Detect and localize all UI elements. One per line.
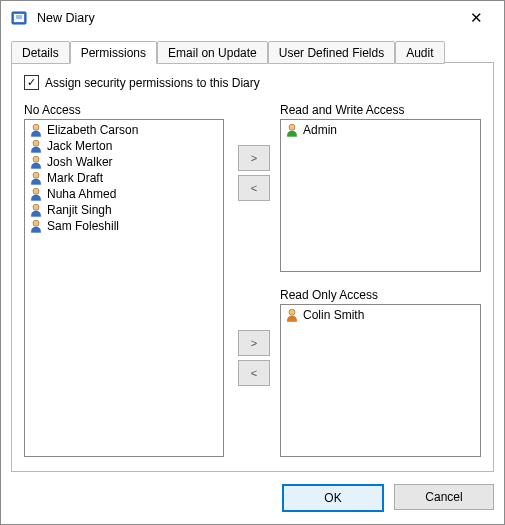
cancel-button[interactable]: Cancel — [394, 484, 494, 510]
no-access-label: No Access — [24, 103, 224, 117]
chevron-right-icon: > — [251, 152, 257, 164]
user-icon — [285, 123, 299, 137]
svg-point-7 — [33, 172, 39, 178]
move-from-readwrite-button[interactable]: < — [238, 175, 270, 201]
svg-point-10 — [33, 220, 39, 226]
close-icon: ✕ — [470, 9, 483, 27]
user-icon — [29, 155, 43, 169]
permissions-grid: No Access Elizabeth Carson Jack Merton J… — [24, 103, 481, 459]
checkbox-box: ✓ — [24, 75, 39, 90]
svg-point-4 — [33, 124, 39, 130]
no-access-column: No Access Elizabeth Carson Jack Merton J… — [24, 103, 224, 459]
user-name: Ranjit Singh — [47, 203, 112, 217]
user-icon — [29, 139, 43, 153]
svg-point-12 — [289, 309, 295, 315]
user-name: Colin Smith — [303, 308, 364, 322]
tab-email-on-update[interactable]: Email on Update — [157, 41, 268, 64]
dialog-window: New Diary ✕ DetailsPermissionsEmail on U… — [0, 0, 505, 525]
user-icon — [29, 219, 43, 233]
assign-permissions-label: Assign security permissions to this Diar… — [45, 76, 260, 90]
user-icon — [29, 123, 43, 137]
read-write-label: Read and Write Access — [280, 103, 481, 117]
dialog-button-row: OK Cancel — [282, 484, 494, 512]
list-item[interactable]: Mark Draft — [27, 170, 221, 186]
svg-point-8 — [33, 188, 39, 194]
arrow-group-readonly: > < — [238, 330, 270, 390]
chevron-right-icon: > — [251, 337, 257, 349]
svg-point-5 — [33, 140, 39, 146]
no-access-listbox[interactable]: Elizabeth Carson Jack Merton Josh Walker… — [24, 119, 224, 457]
access-column: Read and Write Access Admin Read Only Ac… — [280, 103, 481, 459]
list-item[interactable]: Ranjit Singh — [27, 202, 221, 218]
user-name: Mark Draft — [47, 171, 103, 185]
user-name: Elizabeth Carson — [47, 123, 138, 137]
list-item[interactable]: Colin Smith — [283, 307, 478, 323]
diary-icon — [11, 9, 29, 27]
svg-point-11 — [289, 124, 295, 130]
check-icon: ✓ — [27, 77, 36, 88]
user-icon — [29, 187, 43, 201]
tab-strip: DetailsPermissionsEmail on UpdateUser De… — [11, 39, 494, 63]
list-item[interactable]: Nuha Ahmed — [27, 186, 221, 202]
svg-point-6 — [33, 156, 39, 162]
read-write-listbox[interactable]: Admin — [280, 119, 481, 272]
title-bar: New Diary ✕ — [1, 1, 504, 35]
user-name: Sam Foleshill — [47, 219, 119, 233]
read-only-label: Read Only Access — [280, 288, 481, 302]
move-from-readonly-button[interactable]: < — [238, 360, 270, 386]
tab-permissions[interactable]: Permissions — [70, 41, 157, 64]
chevron-left-icon: < — [251, 182, 257, 194]
content-area: DetailsPermissionsEmail on UpdateUser De… — [11, 39, 494, 514]
move-to-readwrite-button[interactable]: > — [238, 145, 270, 171]
cancel-button-label: Cancel — [425, 490, 462, 504]
user-icon — [29, 203, 43, 217]
arrow-group-readwrite: > < — [238, 145, 270, 205]
list-item[interactable]: Admin — [283, 122, 478, 138]
tab-audit[interactable]: Audit — [395, 41, 444, 64]
user-name: Josh Walker — [47, 155, 113, 169]
move-to-readonly-button[interactable]: > — [238, 330, 270, 356]
list-item[interactable]: Elizabeth Carson — [27, 122, 221, 138]
read-only-group: Read Only Access Colin Smith — [280, 288, 481, 459]
tab-page-permissions: ✓ Assign security permissions to this Di… — [11, 62, 494, 472]
user-icon — [285, 308, 299, 322]
user-name: Nuha Ahmed — [47, 187, 116, 201]
tab-user-defined-fields[interactable]: User Defined Fields — [268, 41, 395, 64]
ok-button[interactable]: OK — [282, 484, 384, 512]
window-title: New Diary — [37, 11, 456, 25]
list-item[interactable]: Sam Foleshill — [27, 218, 221, 234]
ok-button-label: OK — [324, 491, 341, 505]
arrow-column: > < > < — [234, 103, 274, 459]
svg-point-9 — [33, 204, 39, 210]
close-button[interactable]: ✕ — [456, 4, 496, 32]
user-name: Jack Merton — [47, 139, 112, 153]
tab-details[interactable]: Details — [11, 41, 70, 64]
read-write-group: Read and Write Access Admin — [280, 103, 481, 274]
list-item[interactable]: Josh Walker — [27, 154, 221, 170]
assign-permissions-checkbox[interactable]: ✓ Assign security permissions to this Di… — [24, 75, 481, 90]
chevron-left-icon: < — [251, 367, 257, 379]
list-item[interactable]: Jack Merton — [27, 138, 221, 154]
read-only-listbox[interactable]: Colin Smith — [280, 304, 481, 457]
user-icon — [29, 171, 43, 185]
user-name: Admin — [303, 123, 337, 137]
